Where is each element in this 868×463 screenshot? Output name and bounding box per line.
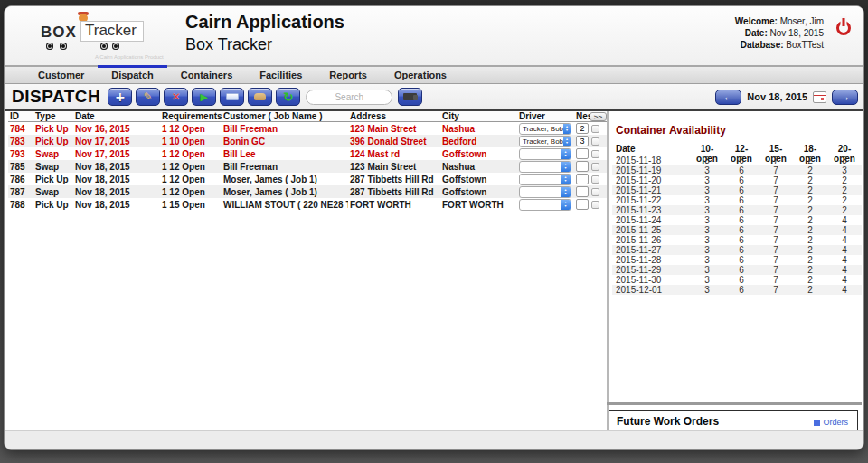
tab-customer[interactable]: Customer xyxy=(24,64,98,83)
availability-value: 6 xyxy=(724,175,759,185)
availability-row[interactable]: 2015-11-2436724 xyxy=(612,215,862,225)
availability-row[interactable]: 2015-11-2336722 xyxy=(612,205,862,215)
logout-power-icon[interactable] xyxy=(836,21,851,35)
search-input[interactable] xyxy=(306,90,392,105)
availability-row[interactable]: 2015-11-2536724 xyxy=(612,225,862,235)
availability-value: 3 xyxy=(690,175,724,185)
column-header-requirements[interactable]: Requirements xyxy=(160,111,222,121)
table-row[interactable]: 783Pick UpNov 17, 20151 10 OpenBonin GC3… xyxy=(8,135,607,147)
column-header-customer[interactable]: Customer ( Job Name ) xyxy=(222,111,348,121)
column-header-date[interactable]: Date xyxy=(73,111,160,121)
nest-input[interactable] xyxy=(576,136,589,146)
prev-date-button[interactable]: ← xyxy=(715,90,741,105)
id-cell: 787 xyxy=(8,187,33,197)
availability-value: 3 xyxy=(690,285,724,295)
availability-row[interactable]: 2015-11-2636724 xyxy=(612,235,862,245)
availability-row[interactable]: 2015-11-2036722 xyxy=(612,175,862,185)
table-row[interactable]: 787SwapNov 18, 20151 12 OpenMoser, James… xyxy=(8,185,607,198)
column-header-nest[interactable]: Nest xyxy=(574,111,590,121)
availability-row[interactable]: 2015-11-2936724 xyxy=(612,265,862,275)
next-date-button[interactable]: → xyxy=(832,90,858,105)
refresh-button[interactable]: ↻ xyxy=(276,88,300,106)
availability-value: 6 xyxy=(724,265,759,275)
nest-input[interactable] xyxy=(576,148,589,159)
edit-button[interactable]: ✎ xyxy=(136,88,160,106)
route-button[interactable] xyxy=(398,88,422,106)
chevron-up-down-icon: ▴▾ xyxy=(561,175,571,184)
row-checkbox[interactable] xyxy=(591,163,599,171)
nest-input[interactable] xyxy=(576,123,589,134)
table-row[interactable]: 788Pick UpNov 18, 20151 15 OpenWILLIAM S… xyxy=(8,198,607,211)
expand-button[interactable]: >> xyxy=(590,112,607,121)
table-row[interactable]: 785SwapNov 18, 20151 12 OpenBill Freeman… xyxy=(8,160,607,173)
availability-value: 4 xyxy=(827,225,862,235)
driver-cell: Tracker, Bob▴▾ xyxy=(517,136,574,147)
table-row[interactable]: 784Pick UpNov 16, 20151 12 OpenBill Free… xyxy=(8,122,607,135)
availability-value: 2 xyxy=(793,265,827,275)
driver-select[interactable]: Tracker, Bob▴▾ xyxy=(519,123,571,135)
delete-button[interactable]: ✕ xyxy=(164,88,188,106)
nest-input[interactable] xyxy=(576,199,589,210)
row-checkbox[interactable] xyxy=(591,150,599,158)
nest-cell xyxy=(574,199,590,210)
tab-operations[interactable]: Operations xyxy=(381,64,460,83)
column-header-city[interactable]: City xyxy=(440,111,517,121)
row-checkbox[interactable] xyxy=(591,125,599,133)
row-checkbox[interactable] xyxy=(591,175,599,184)
availability-row[interactable]: 2015-11-3036724 xyxy=(612,275,862,285)
dispatch-table: IDTypeDateRequirementsCustomer ( Job Nam… xyxy=(8,111,607,211)
address-cell: FORT WORTH xyxy=(348,200,440,210)
column-header-type[interactable]: Type xyxy=(33,111,73,121)
driver-select[interactable]: ▴▾ xyxy=(519,148,571,160)
nest-input[interactable] xyxy=(576,174,589,184)
column-header-address[interactable]: Address xyxy=(348,111,440,121)
availability-date: 2015-11-23 xyxy=(612,205,690,215)
sign-button[interactable] xyxy=(248,88,272,106)
availability-value: 6 xyxy=(724,205,759,215)
availability-row[interactable]: 2015-11-2736724 xyxy=(612,245,862,255)
driver-select[interactable]: ▴▾ xyxy=(519,174,571,185)
add-button[interactable]: + xyxy=(108,88,132,106)
date-cell: Nov 17, 2015 xyxy=(73,149,160,159)
availability-row[interactable]: 2015-11-2236722 xyxy=(612,195,862,205)
tab-facilities[interactable]: Facilities xyxy=(246,64,316,83)
driver-select[interactable]: Tracker, Bob▴▾ xyxy=(519,136,571,147)
availability-value: 3 xyxy=(827,156,862,165)
row-checkbox[interactable] xyxy=(591,188,599,196)
pencil-icon: ✎ xyxy=(144,91,153,102)
row-checkbox[interactable] xyxy=(591,201,599,209)
availability-value: 2 xyxy=(793,215,827,225)
driver-select[interactable]: ▴▾ xyxy=(519,199,571,211)
availability-value: 2 xyxy=(827,205,862,215)
tab-containers[interactable]: Containers xyxy=(167,64,246,83)
availability-value: 2 xyxy=(793,285,827,295)
tab-reports[interactable]: Reports xyxy=(316,64,381,83)
availability-value: 2 xyxy=(793,175,827,185)
table-row[interactable]: 786Pick UpNov 18, 20151 12 OpenMoser, Ja… xyxy=(8,173,607,185)
city-cell: Nashua xyxy=(440,124,517,134)
column-header-driver[interactable]: Driver xyxy=(517,111,574,121)
column-header-id[interactable]: ID xyxy=(8,111,33,121)
availability-value: 6 xyxy=(724,275,759,285)
row-checkbox[interactable] xyxy=(591,137,599,146)
container-availability-table: Date10-open12-open15-open18-open20-open … xyxy=(612,144,862,295)
availability-row[interactable]: 2015-11-1936723 xyxy=(612,165,862,175)
driver-select-value: Tracker, Bob xyxy=(520,137,563,146)
chevron-up-down-icon: ▴▾ xyxy=(561,200,571,210)
nest-input[interactable] xyxy=(576,161,589,172)
calendar-icon[interactable] xyxy=(813,91,826,103)
driver-select[interactable]: ▴▾ xyxy=(519,161,571,173)
start-button[interactable]: ▶ xyxy=(192,88,216,106)
city-cell: FORT WORTH xyxy=(440,200,517,210)
availability-row[interactable]: 2015-11-2136722 xyxy=(612,185,862,195)
availability-row[interactable]: 2015-11-1836723 xyxy=(612,156,862,165)
availability-row[interactable]: 2015-11-2836724 xyxy=(612,255,862,265)
table-row[interactable]: 793SwapNov 17, 20151 12 OpenBill Lee124 … xyxy=(8,147,607,160)
print-button[interactable] xyxy=(220,88,244,106)
id-cell: 793 xyxy=(8,149,33,159)
driver-select-value: Tracker, Bob xyxy=(520,125,563,133)
tab-dispatch[interactable]: Dispatch xyxy=(98,65,166,83)
availability-row[interactable]: 2015-12-0136724 xyxy=(612,285,862,295)
driver-select[interactable]: ▴▾ xyxy=(519,186,571,198)
nest-input[interactable] xyxy=(576,186,589,197)
